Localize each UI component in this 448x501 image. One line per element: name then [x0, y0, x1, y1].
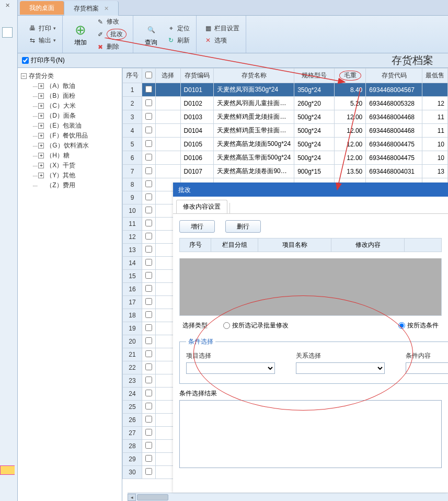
- row-checkbox[interactable]: [145, 220, 152, 226]
- dlg-col-item[interactable]: 项目名称: [258, 238, 331, 252]
- row-checkbox[interactable]: [145, 127, 152, 133]
- row-checkbox[interactable]: [145, 193, 152, 200]
- cell-check[interactable]: [142, 466, 156, 479]
- cell-check[interactable]: [142, 151, 156, 165]
- scroll-thumb[interactable]: [137, 494, 168, 500]
- cell-check[interactable]: [142, 270, 156, 283]
- cell-check[interactable]: [142, 257, 156, 270]
- print-button[interactable]: 🖶 打印: [26, 23, 58, 34]
- cell-check[interactable]: [142, 178, 156, 191]
- expand-icon[interactable]: +: [38, 153, 44, 158]
- cell-check[interactable]: [142, 427, 156, 440]
- dlg-col-seq[interactable]: 序号: [180, 238, 211, 252]
- col-barcode[interactable]: 存货代码: [366, 69, 422, 83]
- cell-check[interactable]: [142, 138, 156, 151]
- refresh-button[interactable]: ↻ 刷新: [165, 35, 192, 46]
- radio-input[interactable]: [398, 322, 405, 329]
- col-seq[interactable]: 序号: [123, 69, 142, 83]
- add-button[interactable]: ⊕ 增加: [68, 19, 93, 49]
- radio-by-condition[interactable]: 按所选条件: [398, 321, 439, 330]
- tree-item[interactable]: ····+（E）包装油: [32, 121, 119, 131]
- close-icon[interactable]: ✕: [5, 2, 10, 9]
- tree-item[interactable]: ····+（G）饮料酒水: [32, 141, 119, 151]
- col-code[interactable]: 存货编码: [180, 69, 214, 83]
- table-row[interactable]: 1 D0101 天麦然凤羽面350g*24 350g*24 8.40 69344…: [123, 83, 448, 97]
- row-checkbox[interactable]: [145, 180, 152, 187]
- row-checkbox[interactable]: [145, 298, 152, 305]
- cell-check[interactable]: [142, 218, 156, 231]
- tree-root-node[interactable]: − 存货分类: [21, 71, 119, 81]
- close-icon[interactable]: ✕: [104, 5, 109, 12]
- tree-item[interactable]: ····（Z）费用: [32, 180, 119, 190]
- cell-check[interactable]: [142, 348, 156, 361]
- expand-icon[interactable]: +: [38, 103, 44, 109]
- cell-select[interactable]: [156, 165, 181, 178]
- col-select[interactable]: 选择: [156, 69, 181, 83]
- cell-check[interactable]: [142, 83, 156, 97]
- table-row[interactable]: 4 D0104 天麦然鲜鸡蛋玉带挂面… 500g*24 12.00 693446…: [123, 124, 448, 138]
- cell-check[interactable]: [142, 97, 156, 110]
- cell-check[interactable]: [142, 361, 156, 374]
- cell-check[interactable]: [142, 401, 156, 414]
- cell-check[interactable]: [142, 322, 156, 335]
- dlg-col-group[interactable]: 栏目分组: [211, 238, 258, 252]
- expand-icon[interactable]: +: [38, 143, 44, 149]
- row-checkbox[interactable]: [145, 363, 152, 370]
- delete-button[interactable]: ✖ 删除: [94, 41, 129, 52]
- result-box[interactable]: [179, 400, 442, 468]
- radio-by-record[interactable]: 按所选记录批量修改: [223, 321, 289, 330]
- row-checkbox[interactable]: [145, 233, 152, 240]
- cell-check[interactable]: [142, 110, 156, 124]
- cell-select[interactable]: [156, 151, 181, 165]
- export-button[interactable]: ⇆ 输出: [26, 35, 58, 46]
- table-row[interactable]: 6 D0106 天麦然高筋玉带面500g*24 500g*24 12.00 69…: [123, 151, 448, 165]
- cell-check[interactable]: [142, 191, 156, 204]
- tab-inventory[interactable]: 存货档案 ✕: [64, 1, 119, 16]
- row-checkbox[interactable]: [145, 154, 152, 161]
- row-checkbox[interactable]: [145, 259, 152, 266]
- cell-check[interactable]: [142, 374, 156, 388]
- cell-check[interactable]: [142, 296, 156, 309]
- cell-select[interactable]: [156, 97, 181, 110]
- expand-icon[interactable]: +: [38, 113, 44, 119]
- edit-items-body[interactable]: [179, 258, 442, 316]
- row-checkbox[interactable]: [145, 167, 152, 174]
- table-row[interactable]: 7 D0107 天麦然高筋龙须卷面90… 900g*15 13.50 69344…: [123, 165, 448, 178]
- cell-check[interactable]: [142, 453, 156, 466]
- print-seq-checkbox[interactable]: [22, 57, 29, 64]
- tree-item[interactable]: ····+（A）散油: [32, 81, 119, 91]
- row-checkbox[interactable]: [145, 377, 152, 383]
- cell-check[interactable]: [142, 335, 156, 348]
- row-checkbox[interactable]: [145, 207, 152, 213]
- cell-check[interactable]: [142, 244, 156, 257]
- table-row[interactable]: 5 D0105 天麦然高筋龙须面500g*24 500g*24 12.00 69…: [123, 138, 448, 151]
- cell-select[interactable]: [156, 83, 181, 97]
- row-checkbox[interactable]: [145, 468, 152, 475]
- row-checkbox[interactable]: [145, 390, 152, 396]
- expand-icon[interactable]: +: [38, 93, 44, 99]
- cell-check[interactable]: [142, 283, 156, 296]
- cell-check[interactable]: [142, 414, 156, 427]
- batch-button[interactable]: ✐ 批改: [94, 28, 129, 41]
- row-checkbox[interactable]: [145, 86, 152, 93]
- relation-select[interactable]: [296, 362, 385, 374]
- row-checkbox[interactable]: [145, 113, 152, 120]
- row-checkbox[interactable]: [145, 311, 152, 318]
- tree-item[interactable]: ····+（B）面粉: [32, 91, 119, 101]
- table-row[interactable]: 3 D0103 天麦然鲜鸡蛋龙须挂面… 500g*24 12.00 693446…: [123, 110, 448, 124]
- columns-button[interactable]: ▦ 栏目设置: [202, 23, 242, 34]
- cell-select[interactable]: [156, 110, 181, 124]
- modify-button[interactable]: ✎ 修改: [94, 16, 129, 27]
- tree-item[interactable]: ····+（X）干货: [32, 161, 119, 170]
- del-row-button[interactable]: 删行: [225, 220, 261, 233]
- tree-item[interactable]: ····+（C）大米: [32, 101, 119, 111]
- cell-check[interactable]: [142, 124, 156, 138]
- dlg-col-extra[interactable]: [405, 238, 442, 252]
- tree-item[interactable]: ····+（H）糖: [32, 151, 119, 161]
- row-checkbox[interactable]: [145, 99, 152, 106]
- col-name[interactable]: 存货名称: [214, 69, 294, 83]
- tab-desktop[interactable]: 我的桌面: [20, 1, 64, 15]
- row-checkbox[interactable]: [145, 429, 152, 436]
- col-select-check[interactable]: [142, 69, 156, 83]
- row-checkbox[interactable]: [145, 272, 152, 279]
